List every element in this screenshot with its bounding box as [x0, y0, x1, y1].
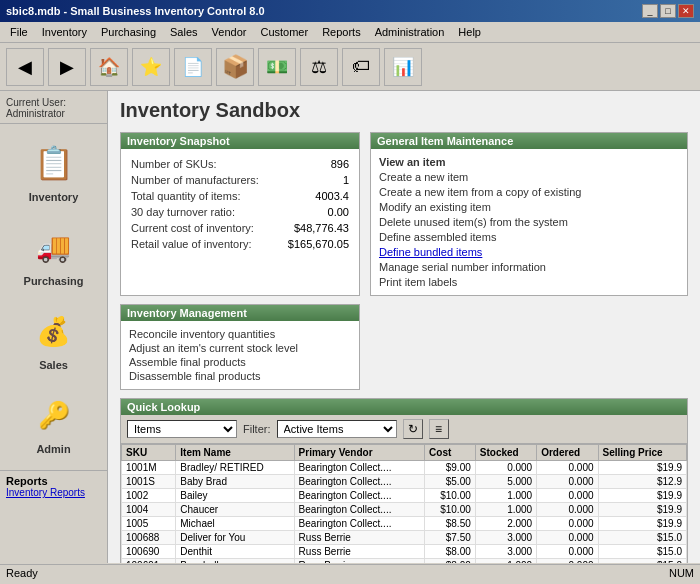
- cell-cost: $5.00: [425, 475, 476, 489]
- cell-stocked: 3.000: [475, 545, 536, 559]
- close-button[interactable]: ✕: [678, 4, 694, 18]
- lookup-col-header: Cost: [425, 445, 476, 461]
- mgmt-item[interactable]: Disassemble final products: [129, 369, 351, 383]
- mgmt-section-row: Inventory Management Reconcile inventory…: [120, 304, 688, 390]
- cell-name: Bradley/ RETIRED: [176, 461, 294, 475]
- snapshot-value: $165,670.05: [279, 237, 349, 251]
- refresh-button[interactable]: ↻: [403, 419, 423, 439]
- snapshot-label: Number of manufacturers:: [131, 173, 277, 187]
- maintenance-link-item[interactable]: Create a new item: [379, 170, 679, 184]
- toolbar-tag[interactable]: 🏷: [342, 48, 380, 86]
- menu-purchasing[interactable]: Purchasing: [95, 24, 162, 40]
- mgmt-items: Reconcile inventory quantitiesAdjust an …: [129, 327, 351, 383]
- toolbar-forward[interactable]: ▶: [48, 48, 86, 86]
- cell-cost: $10.00: [425, 503, 476, 517]
- sidebar-item-admin[interactable]: 🔑 Admin: [4, 382, 103, 462]
- menu-file[interactable]: File: [4, 24, 34, 40]
- maintenance-link-item[interactable]: View an item: [379, 155, 679, 169]
- page-title: Inventory Sandbox: [120, 99, 688, 122]
- table-row[interactable]: 1001S Baby Brad Bearington Collect.... $…: [122, 475, 687, 489]
- lookup-col-header: Item Name: [176, 445, 294, 461]
- snapshot-label: Number of SKUs:: [131, 157, 277, 171]
- cell-cost: $8.00: [425, 545, 476, 559]
- inventory-icon: 📋: [28, 137, 80, 189]
- maintenance-link-item[interactable]: Define assembled items: [379, 230, 679, 244]
- cell-ordered: 0.000: [537, 559, 598, 564]
- sidebar-item-inventory[interactable]: 📋 Inventory: [4, 130, 103, 210]
- cell-cost: $8.50: [425, 517, 476, 531]
- lookup-col-header: Primary Vendor: [294, 445, 424, 461]
- sidebar-item-sales[interactable]: 💰 Sales: [4, 298, 103, 378]
- menu-sales[interactable]: Sales: [164, 24, 204, 40]
- quick-lookup-section: Quick Lookup Items SKU Item Name Vendor …: [120, 398, 688, 563]
- toolbar-scale[interactable]: ⚖: [300, 48, 338, 86]
- snapshot-label: Retail value of inventory:: [131, 237, 277, 251]
- mgmt-item[interactable]: Reconcile inventory quantities: [129, 327, 351, 341]
- inventory-reports-link[interactable]: Inventory Reports: [6, 487, 101, 498]
- toolbar-home[interactable]: 🏠: [90, 48, 128, 86]
- snapshot-label: Current cost of inventory:: [131, 221, 277, 235]
- maintenance-header: General Item Maintenance: [371, 133, 687, 149]
- table-row[interactable]: 1001M Bradley/ RETIRED Bearington Collec…: [122, 461, 687, 475]
- menu-reports[interactable]: Reports: [316, 24, 367, 40]
- toolbar-money[interactable]: 💵: [258, 48, 296, 86]
- cell-name: Chaucer: [176, 503, 294, 517]
- title-bar: sbic8.mdb - Small Business Inventory Con…: [0, 0, 700, 22]
- table-row[interactable]: 100690 Denthit Russ Berrie $8.00 3.000 0…: [122, 545, 687, 559]
- cell-price: $19.9: [598, 503, 686, 517]
- filter-select[interactable]: Active Items All Items Inactive Items: [277, 420, 397, 438]
- cell-price: $15.0: [598, 531, 686, 545]
- toolbar-back[interactable]: ◀: [6, 48, 44, 86]
- maintenance-link-item[interactable]: Manage serial number information: [379, 260, 679, 274]
- snapshot-label: 30 day turnover ratio:: [131, 205, 277, 219]
- top-section-row: Inventory Snapshot Number of SKUs:896Num…: [120, 132, 688, 296]
- menu-bar: File Inventory Purchasing Sales Vendor C…: [0, 22, 700, 43]
- table-row[interactable]: 1004 Chaucer Bearington Collect.... $10.…: [122, 503, 687, 517]
- maintenance-link-item[interactable]: Define bundled items: [379, 245, 679, 259]
- snapshot-value: $48,776.43: [279, 221, 349, 235]
- menu-administration[interactable]: Administration: [369, 24, 451, 40]
- cell-ordered: 0.000: [537, 545, 598, 559]
- maintenance-link-item[interactable]: Create a new item from a copy of existin…: [379, 185, 679, 199]
- cell-price: $15.0: [598, 559, 686, 564]
- toolbar-star[interactable]: ⭐: [132, 48, 170, 86]
- user-label: Current User: Administrator: [0, 95, 107, 124]
- toolbar-doc[interactable]: 📄: [174, 48, 212, 86]
- maintenance-links: View an itemCreate a new itemCreate a ne…: [379, 155, 679, 289]
- minimize-button[interactable]: _: [642, 4, 658, 18]
- lookup-list-button[interactable]: ≡: [429, 419, 449, 439]
- maintenance-box: General Item Maintenance View an itemCre…: [370, 132, 688, 296]
- cell-ordered: 0.000: [537, 531, 598, 545]
- cell-vendor: Russ Berrie: [294, 531, 424, 545]
- window-controls: _ □ ✕: [642, 4, 694, 18]
- maintenance-link-item[interactable]: Modify an existing item: [379, 200, 679, 214]
- table-row[interactable]: 1002 Bailey Bearington Collect.... $10.0…: [122, 489, 687, 503]
- maintenance-link-item[interactable]: Print item labels: [379, 275, 679, 289]
- mgmt-item[interactable]: Assemble final products: [129, 355, 351, 369]
- maintenance-link-item[interactable]: Delete unused item(s) from the system: [379, 215, 679, 229]
- table-row[interactable]: 1005 Michael Bearington Collect.... $8.5…: [122, 517, 687, 531]
- lookup-table-scroll[interactable]: SKUItem NamePrimary VendorCostStockedOrd…: [121, 444, 687, 563]
- cell-cost: $9.00: [425, 461, 476, 475]
- cell-price: $19.9: [598, 489, 686, 503]
- table-row[interactable]: 100691 Baseball Russ Berrie $8.00 1.000 …: [122, 559, 687, 564]
- menu-help[interactable]: Help: [452, 24, 487, 40]
- sidebar-item-purchasing[interactable]: 🚚 Purchasing: [4, 214, 103, 294]
- cell-stocked: 2.000: [475, 517, 536, 531]
- toolbar-box[interactable]: 📦: [216, 48, 254, 86]
- maximize-button[interactable]: □: [660, 4, 676, 18]
- cell-stocked: 1.000: [475, 503, 536, 517]
- toolbar-grid[interactable]: 📊: [384, 48, 422, 86]
- menu-vendor[interactable]: Vendor: [206, 24, 253, 40]
- cell-sku: 100690: [122, 545, 176, 559]
- cell-cost: $7.50: [425, 531, 476, 545]
- menu-inventory[interactable]: Inventory: [36, 24, 93, 40]
- menu-customer[interactable]: Customer: [254, 24, 314, 40]
- maintenance-body: View an itemCreate a new itemCreate a ne…: [371, 149, 687, 295]
- item-type-select[interactable]: Items SKU Item Name Vendor: [127, 420, 237, 438]
- reports-section: Reports Inventory Reports: [0, 470, 107, 502]
- table-row[interactable]: 100688 Deliver for You Russ Berrie $7.50…: [122, 531, 687, 545]
- cell-stocked: 5.000: [475, 475, 536, 489]
- cell-sku: 1001S: [122, 475, 176, 489]
- mgmt-item[interactable]: Adjust an item's current stock level: [129, 341, 351, 355]
